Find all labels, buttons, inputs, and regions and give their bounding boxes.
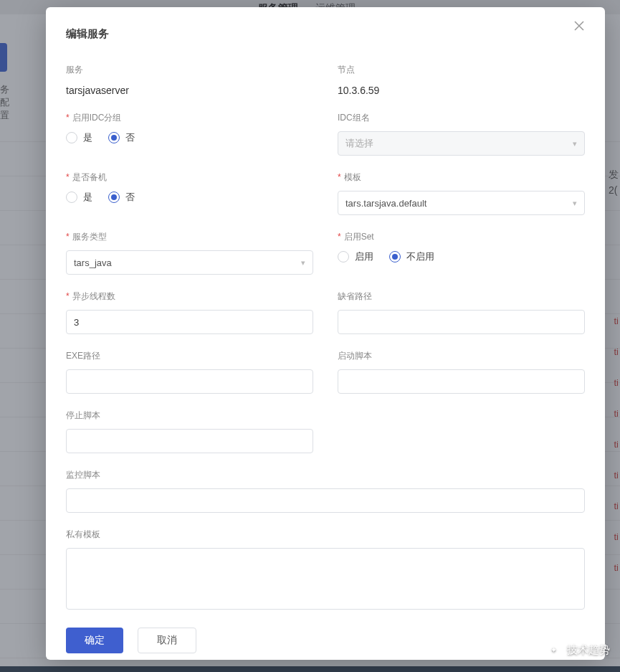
modal-title: 编辑服务 — [66, 27, 585, 41]
input-exe-path[interactable] — [66, 369, 313, 394]
select-idc-name[interactable]: 请选择 ▾ — [338, 131, 585, 156]
label-async-threads: *异步线程数 — [66, 290, 313, 303]
select-idc-name-text: 请选择 — [345, 137, 573, 150]
chevron-down-icon: ▾ — [301, 258, 305, 268]
label-stop-script: 停止脚本 — [66, 410, 313, 422]
radio-set-enable[interactable]: 启用 — [338, 250, 373, 263]
value-node: 10.3.6.59 — [338, 83, 585, 96]
close-icon — [573, 20, 585, 32]
label-enable-idc: *启用IDC分组 — [66, 112, 313, 124]
input-monitor-script[interactable] — [66, 488, 585, 513]
select-template-text: tars.tarsjava.default — [345, 198, 573, 209]
confirm-button[interactable]: 确定 — [66, 628, 123, 653]
label-service-type: *服务类型 — [66, 231, 313, 243]
radio-idc-yes[interactable]: 是 — [66, 131, 92, 144]
label-idc-name: IDC组名 — [338, 112, 585, 124]
value-service: tarsjavaserver — [66, 83, 313, 96]
input-start-script[interactable] — [338, 369, 585, 394]
label-exe-path: EXE路径 — [66, 350, 313, 362]
select-service-type-text: tars_java — [74, 257, 301, 268]
cancel-button[interactable]: 取消 — [138, 628, 196, 653]
input-async-threads[interactable] — [66, 310, 313, 334]
label-service: 服务 — [66, 64, 313, 76]
watermark-text: 技术趋势 — [567, 643, 610, 657]
chevron-down-icon: ▾ — [573, 139, 577, 148]
select-service-type[interactable]: tars_java ▾ — [66, 250, 313, 275]
chevron-down-icon: ▾ — [573, 199, 577, 208]
watermark: ✦ 技术趋势 — [545, 642, 610, 658]
close-button[interactable] — [573, 20, 591, 37]
label-enable-set: *启用Set — [338, 231, 585, 243]
label-default-path: 缺省路径 — [338, 290, 585, 303]
label-is-backup: *是否备机 — [66, 171, 313, 184]
radio-group-is-backup: 是 否 — [66, 191, 313, 204]
textarea-private-template[interactable] — [66, 548, 585, 610]
radio-group-enable-set: 启用 不启用 — [338, 250, 585, 263]
label-template: *模板 — [338, 171, 585, 184]
radio-backup-no[interactable]: 否 — [108, 191, 135, 204]
wechat-icon: ✦ — [545, 642, 561, 658]
input-stop-script[interactable] — [66, 429, 313, 453]
label-private-template: 私有模板 — [66, 529, 585, 541]
modal-footer: 确定 取消 — [66, 628, 585, 653]
radio-idc-no[interactable]: 否 — [108, 131, 135, 144]
input-default-path[interactable] — [338, 310, 585, 334]
radio-group-enable-idc: 是 否 — [66, 131, 313, 144]
radio-backup-yes[interactable]: 是 — [66, 191, 92, 204]
select-template[interactable]: tars.tarsjava.default ▾ — [338, 191, 585, 215]
label-node: 节点 — [338, 64, 585, 76]
label-monitor-script: 监控脚本 — [66, 469, 585, 481]
edit-service-modal: 编辑服务 服务 tarsjavaserver 节点 10.3.6.59 *启用I… — [46, 7, 605, 660]
radio-set-disable[interactable]: 不启用 — [389, 250, 434, 263]
label-start-script: 启动脚本 — [338, 350, 585, 362]
